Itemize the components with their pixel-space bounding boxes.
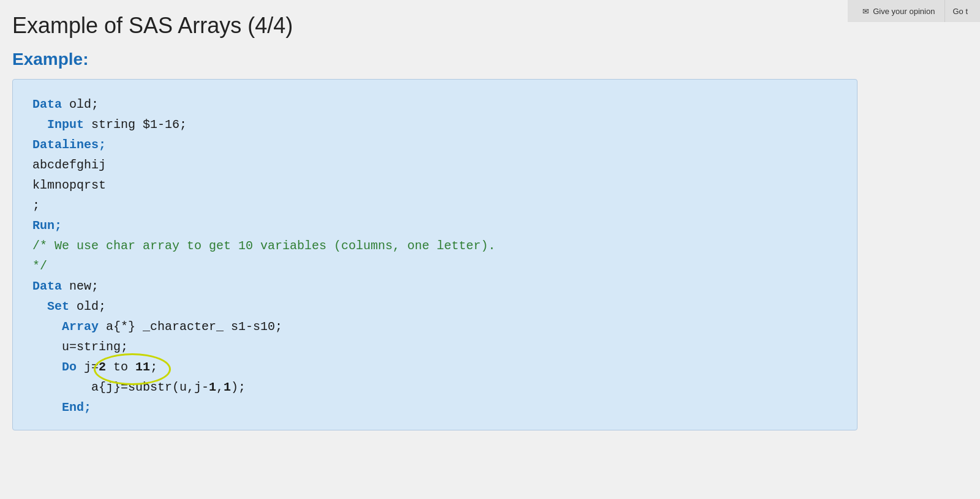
kw-end: End; xyxy=(62,400,91,415)
kw-array: Array xyxy=(62,320,99,334)
code-line-15: a{j}=substr(u,j-1,1); xyxy=(32,377,837,397)
code-line-4: abcdefghij xyxy=(32,155,837,175)
code-line-14: Do j=2 to 11; xyxy=(32,357,837,377)
kw-data2: Data xyxy=(32,279,62,293)
opinion-button[interactable]: ✉ Give your opinion xyxy=(853,0,945,22)
code-line-13: u=string; xyxy=(32,337,837,357)
example-label: Example: xyxy=(12,50,962,69)
kw-datalines: Datalines; xyxy=(32,138,106,152)
comment-2: */ xyxy=(32,259,47,273)
go-label: Go t xyxy=(952,7,968,16)
code-line-9: */ xyxy=(32,256,837,276)
go-button[interactable]: Go t xyxy=(945,0,975,22)
comment-1: /* We use char array to get 10 variables… xyxy=(32,239,496,253)
page-title: Example of SAS Arrays (4/4) xyxy=(12,12,962,39)
kw-do: Do xyxy=(62,360,77,374)
code-line-2: Input string $1-16; xyxy=(32,114,837,135)
kw-data: Data xyxy=(32,97,62,111)
code-line-5: klmnopqrst xyxy=(32,175,837,195)
kw-set: Set xyxy=(47,299,69,313)
highlight-circle: 2 to 11 xyxy=(99,357,150,377)
mail-icon: ✉ xyxy=(862,7,869,16)
code-line-1: Data old; xyxy=(32,94,837,114)
code-block: Data old; Input string $1-16; Datalines;… xyxy=(12,79,858,430)
kw-input: Input xyxy=(47,118,84,132)
kw-run: Run; xyxy=(32,219,62,233)
code-line-6: ; xyxy=(32,195,837,216)
code-line-16: End; xyxy=(32,397,837,418)
code-line-10: Data new; xyxy=(32,276,837,296)
main-content: ✉ Give your opinion Go t Example of SAS … xyxy=(0,0,980,499)
opinion-label: Give your opinion xyxy=(873,7,935,16)
code-line-11: Set old; xyxy=(32,296,837,317)
top-bar: ✉ Give your opinion Go t xyxy=(848,0,980,22)
code-line-8: /* We use char array to get 10 variables… xyxy=(32,236,837,256)
code-line-7: Run; xyxy=(32,216,837,236)
code-line-3: Datalines; xyxy=(32,135,837,155)
code-line-12: Array a{*} _character_ s1-s10; xyxy=(32,317,837,337)
